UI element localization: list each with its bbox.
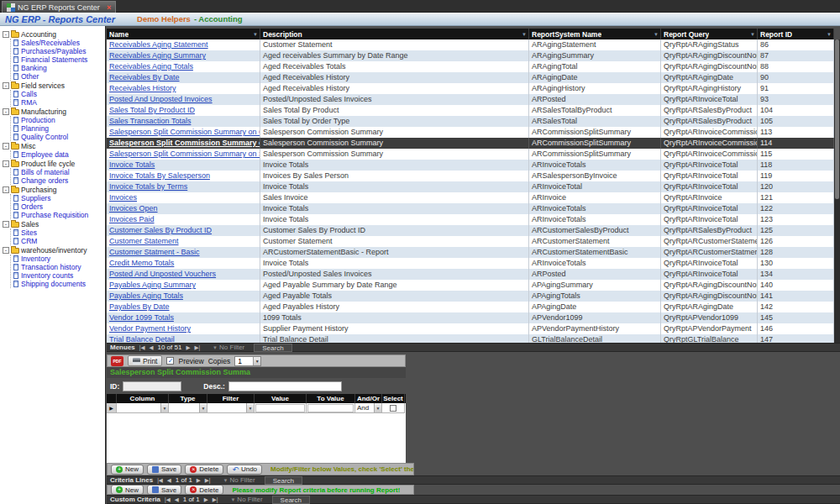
sidebar-item[interactable]: Banking [13,64,105,72]
report-name-link[interactable]: Credit Memo Totals [107,258,260,269]
sidebar-item[interactable]: Employee data [13,150,105,159]
chevron-down-icon[interactable]: ▼ [160,403,168,412]
save-button[interactable]: Save [147,465,181,475]
report-name-link[interactable]: Invoices [107,192,260,203]
tree-category-item[interactable]: -Misc [3,142,105,150]
table-row[interactable]: Receivables HistoryAged Receivables Hist… [107,83,834,94]
report-name-link[interactable]: Salesperson Split Commission Summary on … [107,138,260,149]
sidebar-item[interactable]: Bills of material [13,168,105,176]
first-page-button[interactable]: |◀ [165,496,171,503]
row-selector[interactable]: ▶ [107,403,117,413]
report-name-link[interactable]: Sales Transaction Totals [107,116,260,127]
table-row[interactable]: Receivables By DateAged Receivables Hist… [107,72,834,83]
last-page-button[interactable]: ▶| [205,477,211,484]
sort-filter-icon[interactable]: ▼ [522,32,527,37]
criteria-filter-select[interactable]: ▼ [207,403,255,413]
report-name-link[interactable]: Invoices Open [107,203,260,214]
report-name-link[interactable]: Invoices Paid [107,214,260,225]
sort-filter-icon[interactable]: ▼ [827,32,832,37]
pager-search-button[interactable]: Search [265,476,302,485]
sidebar-item[interactable]: Planning [13,124,105,133]
sidebar-item[interactable]: Orders [13,202,105,211]
next-page-button[interactable]: ▶ [204,496,208,503]
report-name-link[interactable]: Invoice Totals By Salesperson [107,171,260,181]
report-name-link[interactable]: Customer Statment - Basic [107,247,260,258]
report-name-link[interactable]: Invoice Totals [107,160,260,171]
table-row[interactable]: Posted And Unposted VouchersPosted/Unpos… [107,269,834,280]
collapse-icon[interactable]: - [3,221,9,228]
criteria-type-select[interactable]: ▼ [169,403,207,413]
scrollbar-thumb[interactable] [835,39,839,199]
report-name-link[interactable]: Posted And Unposted Vouchers [107,269,260,280]
print-button[interactable]: Print [128,355,162,366]
pdf-export-icon[interactable]: PDF [111,356,123,366]
sidebar-item[interactable]: Inventory counts [13,271,105,280]
criteria-column-header[interactable]: Select [382,394,405,403]
criteria-select-checkbox[interactable] [390,405,396,412]
table-row[interactable]: Invoices PaidInvoice TotalsARInvoiceTota… [107,214,834,225]
sidebar-item[interactable]: Purchase Requisition [13,211,105,219]
chevron-down-icon[interactable]: ▼ [199,403,207,412]
tree-category-item[interactable]: -Product life cycle [3,160,105,168]
report-name-link[interactable]: Customer Statement [107,236,260,247]
next-page-button[interactable]: ▶ [186,344,190,351]
first-page-button[interactable]: |◀ [139,344,145,351]
column-header[interactable]: Report Query▼ [661,29,758,39]
report-desc-input[interactable] [228,381,342,391]
sidebar-item[interactable]: Financial Statements [13,55,105,64]
report-name-link[interactable]: Vendor 1099 Totals [107,312,260,323]
save-button[interactable]: Save [147,485,181,495]
column-header[interactable]: Name▼ [107,29,260,39]
criteria-column-header[interactable]: Filter [207,394,255,403]
tree-category-item[interactable]: -Accounting [3,30,105,39]
pager-search-button[interactable]: Search [254,344,291,352]
report-id-input[interactable] [123,381,181,391]
table-row[interactable]: Sales Transaction TotalsSales Total by O… [107,116,834,127]
chevron-down-icon[interactable]: ▼ [253,357,260,365]
sidebar-item[interactable]: Sites [13,228,105,237]
table-row[interactable]: Payables Aging SummaryAged Payable Summa… [107,280,834,291]
report-name-link[interactable]: Invoice Totals by Terms [107,181,260,192]
table-row[interactable]: Receivables Aging TotalsAged Receivables… [107,61,834,72]
table-row[interactable]: Credit Memo TotalsInvoice TotalsARInvoic… [107,258,834,269]
preview-checkbox[interactable]: ✓ [166,357,174,365]
sort-filter-icon[interactable]: ▼ [253,32,258,37]
sidebar-item[interactable]: Quality Control [13,133,105,141]
table-row[interactable]: Payables By DateAged Payables HistoryAPA… [107,302,834,312]
collapse-icon[interactable]: - [3,247,9,254]
report-name-link[interactable]: Salesperson Split Commission Summary on … [107,127,260,138]
last-page-button[interactable]: ▶| [213,496,218,503]
sidebar-item[interactable]: CRM [13,237,105,245]
copies-select[interactable]: 1 ▼ [234,356,261,366]
sidebar-item[interactable]: Production [13,116,105,124]
criteria-column-header[interactable]: And/Or [355,394,382,403]
grid-scrollbar[interactable] [834,39,840,343]
table-row[interactable]: Payables Aging TotalsAged Payable Totals… [107,291,834,302]
tree-category-item[interactable]: -warehouse/inventory [3,246,105,255]
report-name-link[interactable]: Posted And Unposted Invoices [107,94,260,105]
chevron-down-icon[interactable]: ▼ [374,403,381,412]
sort-filter-icon[interactable]: ▼ [654,32,659,37]
table-row[interactable]: Sales Total By Product IDSales Total By … [107,105,834,116]
collapse-icon[interactable]: - [3,108,9,115]
table-row[interactable]: Receivables Aging StatementCustomer Stat… [107,39,834,50]
table-row[interactable]: Trial Balance DetailTrial Balance Detail… [107,334,834,343]
collapse-icon[interactable]: - [3,82,9,89]
table-row[interactable]: Customer Sales By Product IDCustomer Sal… [107,225,834,236]
collapse-icon[interactable]: - [3,160,9,167]
report-name-link[interactable]: Vendor Payment History [107,323,260,334]
report-name-link[interactable]: Receivables Aging Statement [107,39,260,50]
tree-category-item[interactable]: -Purchasing [3,186,105,194]
sidebar-item[interactable]: Inventory [13,255,105,263]
collapse-icon[interactable]: - [3,143,9,150]
table-row[interactable]: InvoicesSales InvoiceARInvoiceQryRptARIn… [107,192,834,203]
sidebar-item[interactable]: Shipping documents [13,280,105,288]
first-page-button[interactable]: |◀ [157,477,163,484]
chevron-down-icon[interactable]: ▼ [246,403,254,412]
sidebar-item[interactable]: Other [13,72,105,81]
next-page-button[interactable]: ▶ [197,477,201,484]
report-name-link[interactable]: Payables Aging Summary [107,280,260,291]
column-header[interactable]: Description▼ [260,29,529,39]
criteria-andor-select[interactable]: And▼ [355,403,382,413]
last-page-button[interactable]: ▶| [194,344,200,351]
